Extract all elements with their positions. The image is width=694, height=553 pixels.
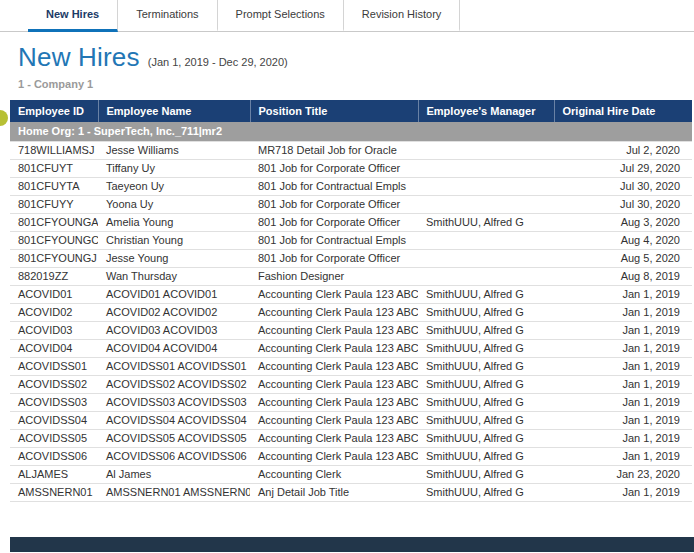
cell-employee-name: ACOVID02 ACOVID02 [98, 303, 250, 321]
cell-manager: SmithUUU, Alfred G [418, 375, 554, 393]
table-row[interactable]: ACOVIDSS06ACOVIDSS06 ACOVIDSS06Accountin… [10, 447, 692, 465]
cell-employee-name: ACOVIDSS05 ACOVIDSS05 [98, 429, 250, 447]
table-row[interactable]: 882019ZZWan ThursdayFashion DesignerAug … [10, 267, 692, 285]
cell-employee-id: ACOVID02 [10, 303, 98, 321]
cell-employee-id: 718WILLIAMSJ [10, 141, 98, 159]
cell-hire-date: Jan 1, 2019 [554, 375, 692, 393]
table-row[interactable]: 801CFUYTATaeyeon Uy801 Job for Contractu… [10, 177, 692, 195]
cell-position-title: Accounting Clerk [250, 465, 418, 483]
new-hires-grid: Employee ID Employee Name Position Title… [10, 100, 692, 502]
cell-employee-id: 801CFYOUNGC [10, 231, 98, 249]
cell-employee-id: 801CFUYTA [10, 177, 98, 195]
cell-position-title: 801 Job for Contractual Empls [250, 231, 418, 249]
cell-hire-date: Aug 3, 2020 [554, 213, 692, 231]
cell-employee-id: ACOVIDSS06 [10, 447, 98, 465]
cell-employee-id: ACOVIDSS04 [10, 411, 98, 429]
table-row[interactable]: 718WILLIAMSJJesse WilliamsMR718 Detail J… [10, 141, 692, 159]
table-row[interactable]: ALJAMESAl JamesAccounting ClerkSmithUUU,… [10, 465, 692, 483]
group-header-label: Home Org: 1 - SuperTech, Inc._711|mr2 [10, 122, 692, 141]
cell-position-title: 801 Job for Corporate Officer [250, 213, 418, 231]
cell-manager: SmithUUU, Alfred G [418, 303, 554, 321]
table-row[interactable]: AMSSNERN01AMSSNERN01 AMSSNERN01Anj Detai… [10, 483, 692, 501]
cell-position-title: Accounting Clerk Paula 123 ABC [250, 303, 418, 321]
cell-position-title: Accounting Clerk Paula 123 ABC [250, 375, 418, 393]
cell-employee-id: ACOVIDSS02 [10, 375, 98, 393]
report-date-range: (Jan 1, 2019 - Dec 29, 2020) [148, 56, 288, 68]
cell-employee-id: ACOVID01 [10, 285, 98, 303]
cell-employee-name: ACOVIDSS04 ACOVIDSS04 [98, 411, 250, 429]
cell-manager [418, 249, 554, 267]
cell-employee-name: ACOVID04 ACOVID04 [98, 339, 250, 357]
cell-position-title: Accounting Clerk Paula 123 ABC [250, 357, 418, 375]
table-row[interactable]: 801CFUYYYoona Uy801 Job for Corporate Of… [10, 195, 692, 213]
table-row[interactable]: ACOVID04ACOVID04 ACOVID04Accounting Cler… [10, 339, 692, 357]
company-subtitle: 1 - Company 1 [10, 78, 692, 90]
table-row[interactable]: ACOVIDSS04ACOVIDSS04 ACOVIDSS04Accountin… [10, 411, 692, 429]
cell-employee-name: ACOVIDSS03 ACOVIDSS03 [98, 393, 250, 411]
tab-terminations[interactable]: Terminations [118, 0, 217, 32]
column-header-employee-name[interactable]: Employee Name [98, 100, 250, 122]
cell-employee-id: 801CFUYY [10, 195, 98, 213]
table-row[interactable]: ACOVID02ACOVID02 ACOVID02Accounting Cler… [10, 303, 692, 321]
cell-hire-date: Jan 1, 2019 [554, 303, 692, 321]
cell-hire-date: Jan 1, 2019 [554, 357, 692, 375]
cell-manager [418, 177, 554, 195]
table-header-row: Employee ID Employee Name Position Title… [10, 100, 692, 122]
cell-employee-id: ACOVIDSS03 [10, 393, 98, 411]
table-row[interactable]: ACOVID03ACOVID03 ACOVID03Accounting Cler… [10, 321, 692, 339]
cell-employee-name: ACOVIDSS06 ACOVIDSS06 [98, 447, 250, 465]
cell-manager: SmithUUU, Alfred G [418, 465, 554, 483]
tab-revision-history[interactable]: Revision History [344, 0, 460, 32]
tab-label: New Hires [46, 8, 99, 20]
cell-employee-id: AMSSNERN01 [10, 483, 98, 501]
cell-employee-name: Amelia Young [98, 213, 250, 231]
column-header-hire-date[interactable]: Original Hire Date [554, 100, 692, 122]
tab-new-hires[interactable]: New Hires [28, 0, 118, 32]
cell-manager: SmithUUU, Alfred G [418, 321, 554, 339]
table-row[interactable]: 801CFYOUNGJJesse Young801 Job for Corpor… [10, 249, 692, 267]
cell-employee-name: Jesse Young [98, 249, 250, 267]
cell-position-title: 801 Job for Corporate Officer [250, 195, 418, 213]
tab-bar: New Hires Terminations Prompt Selections… [0, 0, 694, 32]
column-header-employee-id[interactable]: Employee ID [10, 100, 98, 122]
cell-manager [418, 159, 554, 177]
cell-employee-id: ACOVIDSS01 [10, 357, 98, 375]
tab-prompt-selections[interactable]: Prompt Selections [218, 0, 344, 32]
tab-label: Revision History [362, 8, 441, 20]
cell-manager: SmithUUU, Alfred G [418, 393, 554, 411]
cell-hire-date: Jan 1, 2019 [554, 339, 692, 357]
cell-hire-date: Jan 1, 2019 [554, 285, 692, 303]
table-row[interactable]: ACOVID01ACOVID01 ACOVID01Accounting Cler… [10, 285, 692, 303]
table-row[interactable]: 801CFYOUNGAAmelia Young801 Job for Corpo… [10, 213, 692, 231]
cell-employee-name: Al James [98, 465, 250, 483]
cell-employee-name: Yoona Uy [98, 195, 250, 213]
column-header-position-title[interactable]: Position Title [250, 100, 418, 122]
cell-position-title: Accounting Clerk Paula 123 ABC [250, 447, 418, 465]
title-row: New Hires (Jan 1, 2019 - Dec 29, 2020) [10, 42, 692, 73]
table-row[interactable]: ACOVIDSS01ACOVIDSS01 ACOVIDSS01Accountin… [10, 357, 692, 375]
table-row[interactable]: ACOVIDSS05ACOVIDSS05 ACOVIDSS05Accountin… [10, 429, 692, 447]
cell-position-title: Accounting Clerk Paula 123 ABC [250, 339, 418, 357]
cell-employee-name: AMSSNERN01 AMSSNERN01 [98, 483, 250, 501]
table-row[interactable]: 801CFYOUNGCChristian Young801 Job for Co… [10, 231, 692, 249]
column-header-manager[interactable]: Employee's Manager [418, 100, 554, 122]
cell-employee-id: ALJAMES [10, 465, 98, 483]
cell-position-title: 801 Job for Corporate Officer [250, 249, 418, 267]
cell-employee-id: 801CFYOUNGJ [10, 249, 98, 267]
cell-hire-date: Jan 23, 2020 [554, 465, 692, 483]
cell-employee-id: ACOVID04 [10, 339, 98, 357]
tab-label: Prompt Selections [236, 8, 325, 20]
cell-manager: SmithUUU, Alfred G [418, 411, 554, 429]
cell-hire-date: Jul 30, 2020 [554, 177, 692, 195]
cell-hire-date: Jan 1, 2019 [554, 429, 692, 447]
cell-employee-name: Jesse Williams [98, 141, 250, 159]
table-row[interactable]: 801CFUYTTiffany Uy801 Job for Corporate … [10, 159, 692, 177]
cell-position-title: MR718 Detail Job for Oracle [250, 141, 418, 159]
cell-hire-date: Jan 1, 2019 [554, 483, 692, 501]
table-row[interactable]: ACOVIDSS03ACOVIDSS03 ACOVIDSS03Accountin… [10, 393, 692, 411]
cell-employee-name: ACOVID01 ACOVID01 [98, 285, 250, 303]
table-row[interactable]: ACOVIDSS02ACOVIDSS02 ACOVIDSS02Accountin… [10, 375, 692, 393]
cell-employee-name: Taeyeon Uy [98, 177, 250, 195]
cell-hire-date: Aug 4, 2020 [554, 231, 692, 249]
report-content: New Hires (Jan 1, 2019 - Dec 29, 2020) 1… [0, 32, 694, 553]
